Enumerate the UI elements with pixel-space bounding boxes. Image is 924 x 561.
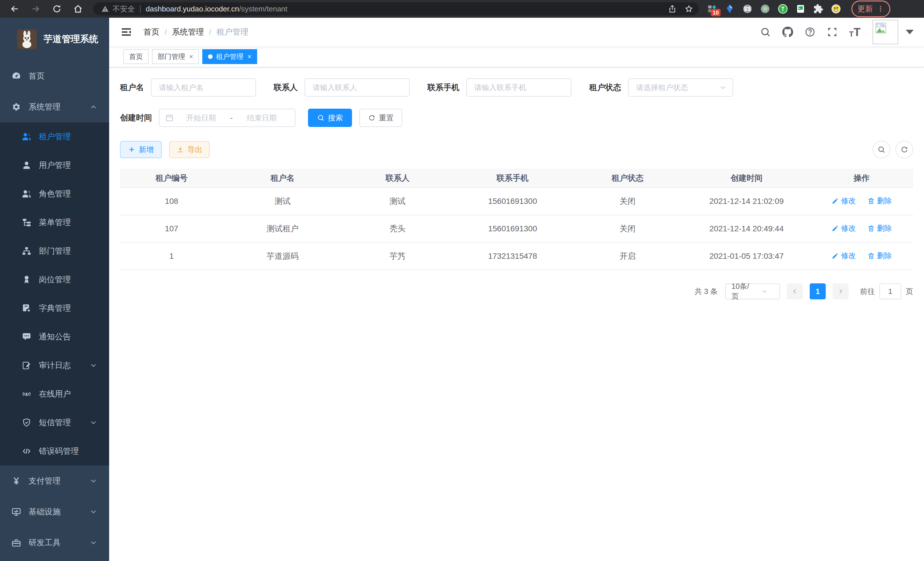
refresh-table-button[interactable] (896, 141, 913, 158)
navbar: 首页/系统管理/租户管理 TT (109, 18, 924, 46)
sidebar-item-system[interactable]: 系统管理 (0, 92, 109, 122)
breadcrumb-item[interactable]: 系统管理 (172, 27, 204, 38)
sidebar-item-dict[interactable]: 字典管理 (0, 294, 109, 323)
chevron-down-icon (89, 538, 98, 547)
contact-label: 联系人 (274, 82, 298, 93)
help-icon[interactable] (805, 27, 815, 38)
delete-link[interactable]: 删除 (867, 251, 892, 261)
status-select[interactable]: 请选择租户状态 (628, 78, 733, 97)
sidebar-item-online-user[interactable]: 在线用户 (0, 380, 109, 408)
sidebar-item-notice[interactable]: 通知公告 (0, 323, 109, 351)
goto-page-input[interactable] (879, 283, 901, 299)
sidebar-item-dev-tools[interactable]: 研发工具 (0, 527, 109, 558)
prev-page-button[interactable] (787, 283, 803, 299)
sidebar-item-infra[interactable]: 基础设施 (0, 496, 109, 527)
bookmark-star-icon[interactable] (685, 5, 693, 13)
avatar[interactable] (873, 20, 898, 44)
docs-extension-icon[interactable] (795, 4, 806, 14)
breadcrumb-item[interactable]: 首页 (143, 27, 159, 38)
edit-link[interactable]: 修改 (831, 223, 856, 233)
search-button[interactable]: 搜索 (308, 109, 352, 127)
phone-label: 联系手机 (428, 82, 459, 93)
forward-icon[interactable] (31, 4, 40, 14)
phone-input[interactable] (466, 78, 572, 97)
breadcrumb-item: 租户管理 (217, 27, 249, 38)
sidebar-item-pay[interactable]: 支付管理 (0, 465, 109, 496)
tab-dept[interactable]: 部门管理 × (152, 49, 199, 64)
page-number-1[interactable]: 1 (810, 283, 826, 299)
search-button-label: 搜索 (328, 113, 343, 123)
column-header: 联系人 (342, 169, 453, 188)
add-button[interactable]: 新增 (120, 141, 162, 158)
github-icon[interactable] (782, 27, 793, 38)
edit-icon (831, 252, 839, 260)
search-toggle-button[interactable] (873, 141, 890, 158)
next-page-button[interactable] (832, 283, 849, 299)
edit-link[interactable]: 修改 (831, 196, 856, 206)
tab-tenant[interactable]: 租户管理 × (202, 49, 257, 64)
app-logo[interactable]: 芋道管理系统 (0, 18, 109, 61)
trash-icon (867, 252, 875, 260)
yudao-extension-icon[interactable] (778, 4, 788, 14)
sidebar-item-dept[interactable]: 部门管理 (0, 237, 109, 265)
tenant-name-label: 租户名 (120, 82, 144, 93)
column-header: 创建时间 (683, 169, 810, 188)
column-header: 租户状态 (572, 169, 683, 188)
avatar-caret-icon[interactable] (906, 30, 914, 34)
delete-link[interactable]: 删除 (867, 196, 892, 206)
cell-name: 芋道源码 (223, 242, 342, 270)
reset-button-label: 重置 (379, 113, 394, 123)
sidebar-item-role[interactable]: 角色管理 (0, 180, 109, 208)
sidebar-item-sms[interactable]: 短信管理 (0, 408, 109, 437)
address-divider (140, 5, 141, 13)
share-icon[interactable] (668, 5, 676, 13)
sidebar-item-post[interactable]: 岗位管理 (0, 265, 109, 294)
sidebar-item-user[interactable]: 用户管理 (0, 151, 109, 180)
emoji-extension-icon[interactable] (831, 4, 841, 14)
extension-badge: 10 (711, 9, 721, 16)
sidebar-item-audit-log[interactable]: 审计日志 (0, 351, 109, 380)
edit-link[interactable]: 修改 (831, 251, 856, 261)
sidebar-item-error-code[interactable]: 错误码管理 (0, 437, 109, 465)
tab-home[interactable]: 首页 (123, 49, 148, 64)
record-icon[interactable] (760, 4, 770, 14)
contact-input[interactable] (304, 78, 410, 97)
cell-contact: 秃头 (342, 215, 453, 242)
page-size-select[interactable]: 10条/页 (725, 283, 780, 299)
back-icon[interactable] (10, 4, 20, 14)
hamburger-icon[interactable] (121, 26, 132, 38)
kite-icon[interactable] (724, 4, 735, 14)
tab-close-icon[interactable]: × (248, 53, 251, 61)
org-chart-icon (22, 246, 32, 256)
sidebar-item-menu[interactable]: 菜单管理 (0, 208, 109, 237)
reset-button[interactable]: 重置 (359, 109, 402, 127)
gear-icon (11, 102, 21, 112)
address-bar[interactable]: 不安全 dashboard.yudao.iocoder.cn/system/te… (93, 2, 699, 15)
create-time-label: 创建时间 (120, 112, 152, 123)
sidebar-menu: 首页 系统管理 租户管理 用户管理 角色管理 菜单管理 部门管理 岗位管理 字典… (0, 61, 109, 558)
search-icon[interactable] (760, 27, 771, 38)
tenant-name-input[interactable] (151, 78, 256, 97)
cell-name: 测试 (223, 188, 342, 215)
breadcrumb: 首页/系统管理/租户管理 (143, 27, 249, 38)
update-button[interactable]: 更新 (851, 1, 890, 17)
home-icon[interactable] (73, 4, 83, 14)
reload-icon[interactable] (52, 4, 62, 14)
cell-status: 关闭 (572, 215, 683, 242)
fullscreen-icon[interactable] (827, 27, 838, 38)
create-time-range-picker[interactable]: 开始日期 - 结束日期 (159, 109, 296, 127)
export-button[interactable]: 导出 (169, 141, 210, 158)
pinned-extensions-icon[interactable]: 10 (707, 4, 717, 14)
sidebar-item-home[interactable]: 首页 (0, 61, 109, 92)
command-icon[interactable] (742, 4, 753, 14)
cell-actions: 修改删除 (810, 242, 913, 270)
puzzle-icon[interactable] (813, 4, 824, 14)
sidebar-item-label: 用户管理 (39, 160, 71, 171)
search-toggle-icon (878, 146, 885, 153)
font-size-icon[interactable]: TT (849, 26, 861, 38)
trash-icon (867, 225, 875, 232)
delete-link[interactable]: 删除 (867, 223, 892, 233)
sidebar-item-tenant[interactable]: 租户管理 (0, 122, 109, 151)
broken-image-icon (875, 22, 887, 34)
tab-close-icon[interactable]: × (189, 53, 193, 61)
